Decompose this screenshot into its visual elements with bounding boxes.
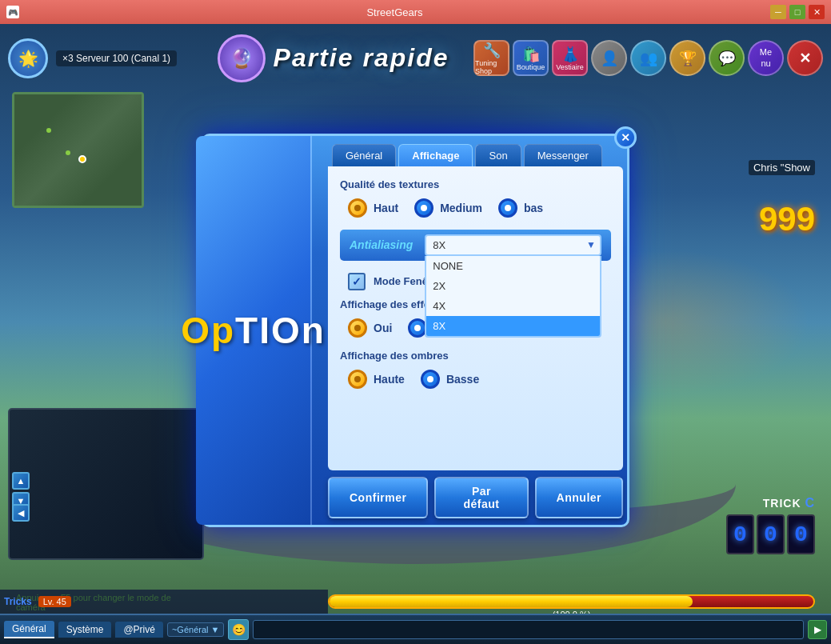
ombres-label: Affichage des ombres [340,350,611,362]
antialiasing-menu: NONE 2X 4X 8X [425,256,601,338]
mode-fenetre-checkbox[interactable]: ✓ [348,273,366,290]
antialiasing-option-4x[interactable]: 4X [426,296,600,316]
dialog-tabs: Général Affichage Son Messenger [324,136,627,166]
tab-affichage[interactable]: Affichage [398,144,473,166]
dialog-buttons: Confirmer Par défaut Annuler [324,470,627,525]
checkbox-check-icon: ✓ [352,275,362,288]
cancel-button[interactable]: Annuler [535,477,623,518]
antialiasing-option-none[interactable]: NONE [426,256,600,276]
antialiasing-dropdown-wrapper: 8X ▼ NONE 2X 4X 8X [425,234,601,256]
ombres-basse-label: Basse [446,373,479,386]
tab-content-affichage: Qualité des textures Haut Medium bas [328,166,623,470]
game-background: 🎮 StreetGears ─ □ ✕ 🌟 ×3 Serveur 100 (Ca… [0,0,831,644]
tab-general[interactable]: Général [332,144,396,166]
confirm-button[interactable]: Confirmer [328,477,428,518]
ombres-haute-label: Haute [374,373,405,386]
texture-haut-option[interactable]: Haut [348,198,398,218]
texture-bas-label: bas [524,202,543,214]
ombres-haute-option[interactable]: Haute [348,370,405,389]
dialog-overlay: ✕ OpTIOn Général Affichage Son Messenger [0,0,831,644]
dialog-main-content: Général Affichage Son Messenger Qualité … [324,136,627,525]
ombres-basse-radio[interactable] [421,370,440,389]
texture-haut-label: Haut [374,202,398,214]
dropdown-arrow-icon: ▼ [586,239,596,250]
effets-oui-radio[interactable] [348,318,367,338]
option-title: OpTIOn [181,309,326,352]
option-title-op: Op [181,310,235,351]
texture-medium-option[interactable]: Medium [414,198,482,218]
ombres-basse-option[interactable]: Basse [421,370,479,389]
tab-son[interactable]: Son [475,144,521,166]
effets-oui-label: Oui [374,322,392,334]
option-title-rest: TIOn [235,310,326,351]
effets-oui-option[interactable]: Oui [348,318,392,338]
tab-messenger[interactable]: Messenger [524,144,602,166]
options-dialog: ✕ OpTIOn Général Affichage Son Messenger [202,134,629,527]
dialog-close-button[interactable]: ✕ [614,126,637,149]
texture-bas-option[interactable]: bas [498,198,543,218]
dialog-logo: OpTIOn [196,136,312,525]
texture-medium-label: Medium [440,202,482,214]
antialiasing-row: Antialiasing 8X ▼ NONE 2X 4X 8X [340,230,611,261]
ombres-haute-radio[interactable] [348,370,367,389]
texture-haut-radio[interactable] [348,198,367,218]
texture-quality-label: Qualité des textures [340,178,611,190]
antialiasing-option-2x[interactable]: 2X [426,276,600,296]
antialiasing-label: Antialiasing [350,238,413,251]
antialiasing-option-8x[interactable]: 8X [426,316,600,336]
antialiasing-current-value: 8X [433,239,445,251]
default-button[interactable]: Par défaut [434,477,528,518]
antialiasing-dropdown[interactable]: 8X ▼ [425,234,601,256]
texture-medium-radio[interactable] [414,198,433,218]
texture-bas-radio[interactable] [498,198,517,218]
texture-quality-group: Haut Medium bas [348,198,611,218]
ombres-group: Haute Basse [348,370,611,389]
